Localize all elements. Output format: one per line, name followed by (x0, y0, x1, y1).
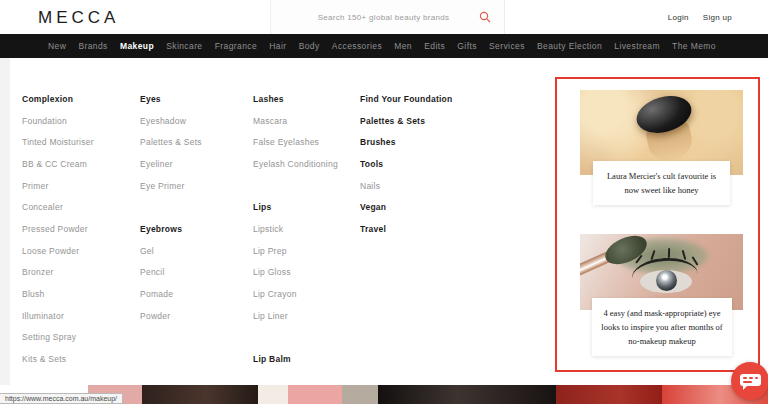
background-segment (142, 385, 258, 404)
menu-item (140, 196, 252, 218)
category-nav: NewBrandsMakeupSkincareFragranceHairBody… (0, 34, 768, 58)
menu-item[interactable]: Blush (22, 283, 134, 305)
menu-item[interactable]: Lipstick (253, 218, 365, 240)
menu-column-eyes: EyesEyeshadowPalettes & SetsEyelinerEye … (140, 88, 252, 327)
menu-item[interactable]: Eyelash Conditioning (253, 153, 365, 175)
menu-item[interactable]: Tinted Moisturiser (22, 131, 134, 153)
menu-item[interactable]: Lip Liner (253, 305, 365, 327)
menu-item[interactable]: Palettes & Sets (140, 131, 252, 153)
nav-item[interactable]: Beauty Election (537, 41, 602, 51)
menu-item[interactable]: Eye Primer (140, 175, 252, 197)
menu-column-lashes-lips: LashesMascaraFalse EyelashesEyelash Cond… (253, 88, 365, 370)
auth-links: Login Sign up (668, 0, 732, 34)
search-icon[interactable] (478, 10, 492, 24)
background-segment (556, 385, 662, 404)
menu-item[interactable]: Concealer (22, 196, 134, 218)
chat-dash (749, 377, 753, 379)
menu-item[interactable]: Nails (360, 175, 472, 197)
signup-link[interactable]: Sign up (703, 13, 732, 22)
menu-item[interactable]: Eyeliner (140, 153, 252, 175)
menu-item[interactable]: Lip Balm (253, 348, 365, 370)
menu-item (253, 175, 365, 197)
menu-item[interactable]: Mascara (253, 110, 365, 132)
menu-item (253, 327, 365, 349)
background-segment (258, 385, 288, 404)
background-segment (342, 385, 378, 404)
menu-item[interactable]: Pressed Powder (22, 218, 134, 240)
search-box[interactable] (270, 0, 505, 34)
menu-item[interactable]: Lip Gloss (253, 262, 365, 284)
menu-item[interactable]: Pencil (140, 262, 252, 284)
nav-item[interactable]: Brands (78, 41, 107, 51)
menu-item[interactable]: Travel (360, 218, 472, 240)
nav-item[interactable]: The Memo (672, 41, 716, 51)
nav-item[interactable]: Services (489, 41, 525, 51)
menu-item[interactable]: Find Your Foundation (360, 88, 472, 110)
menu-item[interactable]: BB & CC Cream (22, 153, 134, 175)
menu-item[interactable]: Lip Crayon (253, 283, 365, 305)
nav-item[interactable]: Men (394, 41, 412, 51)
menu-column-categories: Find Your FoundationPalettes & SetsBrush… (360, 88, 472, 240)
menu-item[interactable]: Loose Powder (22, 240, 134, 262)
login-link[interactable]: Login (668, 13, 689, 22)
menu-column-complexion: ComplexionFoundationTinted MoisturiserBB… (22, 88, 134, 370)
menu-item[interactable]: False Eyelashes (253, 131, 365, 153)
background-segment (288, 385, 342, 404)
nav-item[interactable]: Hair (269, 41, 286, 51)
background-segment (378, 385, 556, 404)
nav-item[interactable]: Skincare (166, 41, 202, 51)
menu-item[interactable]: Gel (140, 240, 252, 262)
nav-item[interactable]: Livestream (614, 41, 660, 51)
menu-item[interactable]: Palettes & Sets (360, 110, 472, 132)
menu-item[interactable]: Eyeshadow (140, 110, 252, 132)
menu-item[interactable]: Eyebrows (140, 218, 252, 240)
promo-card[interactable]: 4 easy (and mask-appropriate) eye looks … (592, 298, 732, 356)
menu-item[interactable]: Lashes (253, 88, 365, 110)
nav-item[interactable]: New (48, 41, 66, 51)
mecca-logo[interactable]: MECCA (38, 8, 119, 28)
menu-item[interactable]: Bronzer (22, 262, 134, 284)
chat-dash (743, 381, 752, 383)
nav-item[interactable]: Accessories (332, 41, 382, 51)
chat-bubble-icon (740, 374, 761, 386)
lash-art (668, 248, 670, 258)
nav-item[interactable]: Edits (424, 41, 445, 51)
nav-item[interactable]: Fragrance (215, 41, 257, 51)
nav-item[interactable]: Gifts (457, 41, 476, 51)
chat-dash (755, 377, 758, 379)
menu-item[interactable]: Setting Spray (22, 327, 134, 349)
menu-item[interactable]: Lips (253, 196, 365, 218)
menu-item[interactable]: Lip Prep (253, 240, 365, 262)
promo-card[interactable]: Laura Mercier's cult favourite is now sw… (593, 161, 730, 205)
menu-item[interactable]: Eyes (140, 88, 252, 110)
menu-item[interactable]: Brushes (360, 131, 472, 153)
chat-button[interactable] (731, 362, 768, 400)
nav-item[interactable]: Body (299, 41, 320, 51)
menu-item[interactable]: Primer (22, 175, 134, 197)
menu-item[interactable]: Kits & Sets (22, 348, 134, 370)
menu-item[interactable]: Tools (360, 153, 472, 175)
top-header: MECCA Login Sign up (0, 0, 768, 34)
menu-item[interactable]: Vegan (360, 196, 472, 218)
chat-dash (743, 377, 747, 379)
page-left-gutter (0, 58, 10, 385)
menu-item[interactable]: Foundation (22, 110, 134, 132)
menu-item[interactable]: Pomade (140, 283, 252, 305)
status-bar-url: https://www.mecca.com.au/makeup/ (0, 393, 123, 404)
menu-item[interactable]: Illuminator (22, 305, 134, 327)
menu-item[interactable]: Complexion (22, 88, 134, 110)
search-input[interactable] (271, 13, 478, 22)
nav-item[interactable]: Makeup (120, 41, 154, 51)
menu-item[interactable]: Powder (140, 305, 252, 327)
